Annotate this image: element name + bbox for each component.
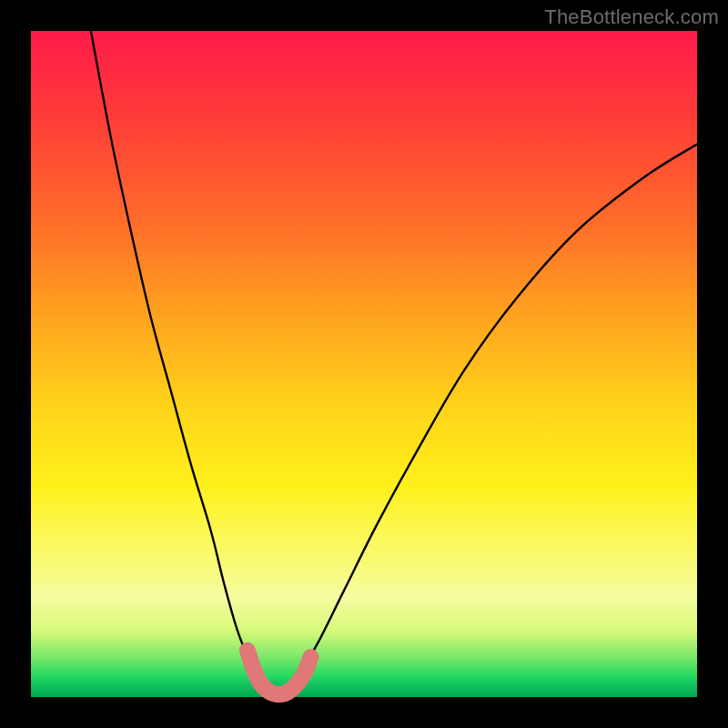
highlight-segment xyxy=(248,651,311,694)
watermark-text: TheBottleneck.com xyxy=(544,5,719,29)
chart-frame: TheBottleneck.com xyxy=(0,0,728,728)
bottleneck-curve xyxy=(91,31,697,699)
chart-svg xyxy=(31,31,697,697)
plot-area xyxy=(31,31,697,697)
